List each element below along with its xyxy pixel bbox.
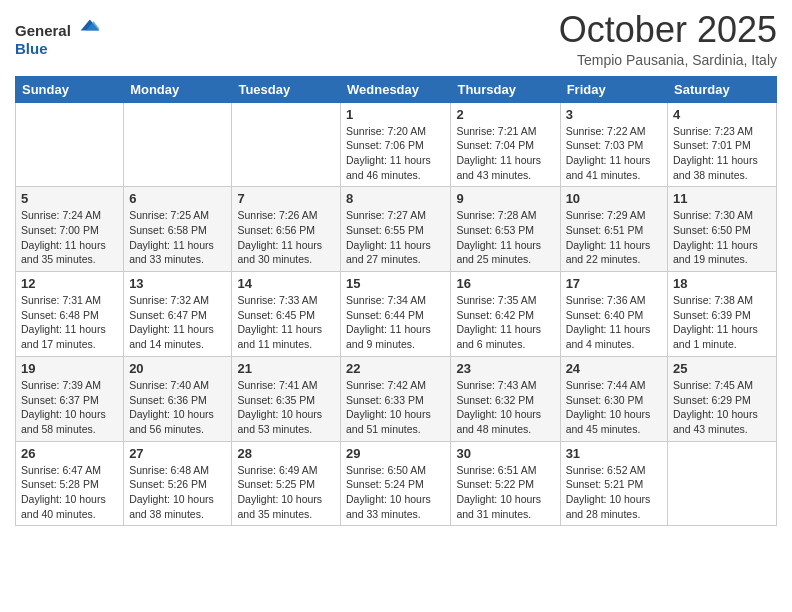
day-number: 6	[129, 191, 226, 206]
logo: General Blue	[15, 14, 99, 58]
calendar-cell-w2-d6: 11Sunrise: 7:30 AMSunset: 6:50 PMDayligh…	[668, 187, 777, 272]
calendar-cell-w2-d0: 5Sunrise: 7:24 AMSunset: 7:00 PMDaylight…	[16, 187, 124, 272]
calendar-week-2: 5Sunrise: 7:24 AMSunset: 7:00 PMDaylight…	[16, 187, 777, 272]
header: General Blue October 2025 Tempio Pausani…	[15, 10, 777, 68]
calendar-cell-w1-d1	[124, 102, 232, 187]
calendar-cell-w1-d6: 4Sunrise: 7:23 AMSunset: 7:01 PMDaylight…	[668, 102, 777, 187]
day-number: 1	[346, 107, 445, 122]
day-info: Sunrise: 6:47 AMSunset: 5:28 PMDaylight:…	[21, 463, 118, 522]
day-number: 17	[566, 276, 662, 291]
logo-blue: Blue	[15, 40, 48, 57]
day-number: 16	[456, 276, 554, 291]
calendar-cell-w5-d3: 29Sunrise: 6:50 AMSunset: 5:24 PMDayligh…	[341, 441, 451, 526]
calendar-table: Sunday Monday Tuesday Wednesday Thursday…	[15, 76, 777, 527]
day-number: 3	[566, 107, 662, 122]
calendar-cell-w3-d1: 13Sunrise: 7:32 AMSunset: 6:47 PMDayligh…	[124, 272, 232, 357]
day-info: Sunrise: 6:50 AMSunset: 5:24 PMDaylight:…	[346, 463, 445, 522]
day-number: 29	[346, 446, 445, 461]
calendar-cell-w3-d3: 15Sunrise: 7:34 AMSunset: 6:44 PMDayligh…	[341, 272, 451, 357]
calendar-week-1: 1Sunrise: 7:20 AMSunset: 7:06 PMDaylight…	[16, 102, 777, 187]
calendar-cell-w5-d0: 26Sunrise: 6:47 AMSunset: 5:28 PMDayligh…	[16, 441, 124, 526]
calendar-cell-w1-d5: 3Sunrise: 7:22 AMSunset: 7:03 PMDaylight…	[560, 102, 667, 187]
day-info: Sunrise: 7:28 AMSunset: 6:53 PMDaylight:…	[456, 208, 554, 267]
day-number: 21	[237, 361, 335, 376]
day-number: 2	[456, 107, 554, 122]
col-saturday: Saturday	[668, 76, 777, 102]
day-number: 14	[237, 276, 335, 291]
day-info: Sunrise: 7:22 AMSunset: 7:03 PMDaylight:…	[566, 124, 662, 183]
calendar-cell-w5-d6	[668, 441, 777, 526]
day-number: 10	[566, 191, 662, 206]
logo-general: General	[15, 22, 71, 39]
col-thursday: Thursday	[451, 76, 560, 102]
calendar-week-3: 12Sunrise: 7:31 AMSunset: 6:48 PMDayligh…	[16, 272, 777, 357]
col-friday: Friday	[560, 76, 667, 102]
calendar-cell-w4-d4: 23Sunrise: 7:43 AMSunset: 6:32 PMDayligh…	[451, 356, 560, 441]
month-title: October 2025	[559, 10, 777, 50]
logo-icon	[77, 14, 99, 36]
day-info: Sunrise: 6:48 AMSunset: 5:26 PMDaylight:…	[129, 463, 226, 522]
day-number: 22	[346, 361, 445, 376]
subtitle: Tempio Pausania, Sardinia, Italy	[559, 52, 777, 68]
day-info: Sunrise: 7:27 AMSunset: 6:55 PMDaylight:…	[346, 208, 445, 267]
day-info: Sunrise: 7:32 AMSunset: 6:47 PMDaylight:…	[129, 293, 226, 352]
calendar-cell-w2-d3: 8Sunrise: 7:27 AMSunset: 6:55 PMDaylight…	[341, 187, 451, 272]
day-info: Sunrise: 7:23 AMSunset: 7:01 PMDaylight:…	[673, 124, 771, 183]
day-info: Sunrise: 7:33 AMSunset: 6:45 PMDaylight:…	[237, 293, 335, 352]
calendar-cell-w1-d3: 1Sunrise: 7:20 AMSunset: 7:06 PMDaylight…	[341, 102, 451, 187]
day-number: 7	[237, 191, 335, 206]
calendar-week-4: 19Sunrise: 7:39 AMSunset: 6:37 PMDayligh…	[16, 356, 777, 441]
day-info: Sunrise: 7:36 AMSunset: 6:40 PMDaylight:…	[566, 293, 662, 352]
day-number: 11	[673, 191, 771, 206]
day-number: 12	[21, 276, 118, 291]
day-info: Sunrise: 7:34 AMSunset: 6:44 PMDaylight:…	[346, 293, 445, 352]
day-number: 9	[456, 191, 554, 206]
day-info: Sunrise: 6:51 AMSunset: 5:22 PMDaylight:…	[456, 463, 554, 522]
day-number: 30	[456, 446, 554, 461]
day-number: 15	[346, 276, 445, 291]
day-info: Sunrise: 7:39 AMSunset: 6:37 PMDaylight:…	[21, 378, 118, 437]
day-info: Sunrise: 7:43 AMSunset: 6:32 PMDaylight:…	[456, 378, 554, 437]
calendar-cell-w2-d2: 7Sunrise: 7:26 AMSunset: 6:56 PMDaylight…	[232, 187, 341, 272]
calendar-cell-w5-d4: 30Sunrise: 6:51 AMSunset: 5:22 PMDayligh…	[451, 441, 560, 526]
col-sunday: Sunday	[16, 76, 124, 102]
day-info: Sunrise: 6:49 AMSunset: 5:25 PMDaylight:…	[237, 463, 335, 522]
day-number: 5	[21, 191, 118, 206]
day-info: Sunrise: 7:24 AMSunset: 7:00 PMDaylight:…	[21, 208, 118, 267]
day-number: 26	[21, 446, 118, 461]
calendar-cell-w3-d4: 16Sunrise: 7:35 AMSunset: 6:42 PMDayligh…	[451, 272, 560, 357]
day-info: Sunrise: 7:41 AMSunset: 6:35 PMDaylight:…	[237, 378, 335, 437]
col-monday: Monday	[124, 76, 232, 102]
day-info: Sunrise: 7:30 AMSunset: 6:50 PMDaylight:…	[673, 208, 771, 267]
calendar-cell-w3-d5: 17Sunrise: 7:36 AMSunset: 6:40 PMDayligh…	[560, 272, 667, 357]
day-info: Sunrise: 7:31 AMSunset: 6:48 PMDaylight:…	[21, 293, 118, 352]
day-number: 19	[21, 361, 118, 376]
calendar-cell-w4-d3: 22Sunrise: 7:42 AMSunset: 6:33 PMDayligh…	[341, 356, 451, 441]
calendar-cell-w4-d2: 21Sunrise: 7:41 AMSunset: 6:35 PMDayligh…	[232, 356, 341, 441]
day-number: 24	[566, 361, 662, 376]
day-info: Sunrise: 7:25 AMSunset: 6:58 PMDaylight:…	[129, 208, 226, 267]
day-number: 20	[129, 361, 226, 376]
day-info: Sunrise: 7:29 AMSunset: 6:51 PMDaylight:…	[566, 208, 662, 267]
day-number: 28	[237, 446, 335, 461]
calendar-header-row: Sunday Monday Tuesday Wednesday Thursday…	[16, 76, 777, 102]
calendar-cell-w5-d5: 31Sunrise: 6:52 AMSunset: 5:21 PMDayligh…	[560, 441, 667, 526]
day-info: Sunrise: 7:44 AMSunset: 6:30 PMDaylight:…	[566, 378, 662, 437]
day-number: 18	[673, 276, 771, 291]
calendar-cell-w2-d4: 9Sunrise: 7:28 AMSunset: 6:53 PMDaylight…	[451, 187, 560, 272]
day-number: 27	[129, 446, 226, 461]
calendar-cell-w1-d4: 2Sunrise: 7:21 AMSunset: 7:04 PMDaylight…	[451, 102, 560, 187]
day-info: Sunrise: 7:42 AMSunset: 6:33 PMDaylight:…	[346, 378, 445, 437]
calendar-cell-w5-d1: 27Sunrise: 6:48 AMSunset: 5:26 PMDayligh…	[124, 441, 232, 526]
day-number: 25	[673, 361, 771, 376]
day-number: 8	[346, 191, 445, 206]
calendar-cell-w4-d6: 25Sunrise: 7:45 AMSunset: 6:29 PMDayligh…	[668, 356, 777, 441]
calendar-cell-w3-d6: 18Sunrise: 7:38 AMSunset: 6:39 PMDayligh…	[668, 272, 777, 357]
day-info: Sunrise: 7:38 AMSunset: 6:39 PMDaylight:…	[673, 293, 771, 352]
calendar-cell-w5-d2: 28Sunrise: 6:49 AMSunset: 5:25 PMDayligh…	[232, 441, 341, 526]
title-area: October 2025 Tempio Pausania, Sardinia, …	[559, 10, 777, 68]
day-number: 31	[566, 446, 662, 461]
calendar-cell-w3-d0: 12Sunrise: 7:31 AMSunset: 6:48 PMDayligh…	[16, 272, 124, 357]
day-info: Sunrise: 7:20 AMSunset: 7:06 PMDaylight:…	[346, 124, 445, 183]
calendar-cell-w2-d5: 10Sunrise: 7:29 AMSunset: 6:51 PMDayligh…	[560, 187, 667, 272]
